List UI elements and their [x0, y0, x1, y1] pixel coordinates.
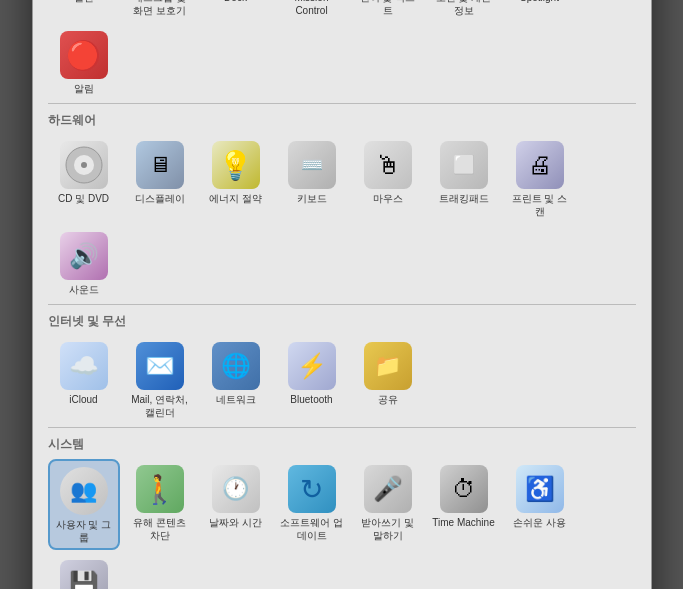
- printer-icon: 🖨: [516, 141, 564, 189]
- icon-item-share[interactable]: 📁 공유: [352, 336, 424, 423]
- access-icon: ♿: [516, 465, 564, 513]
- trackpad-label: 트래킹패드: [439, 192, 489, 205]
- icon-item-users[interactable]: 👥 사용자 및 그룹: [48, 459, 120, 550]
- keyboard-icon: ⌨️: [288, 141, 336, 189]
- icon-item-icloud[interactable]: ☁️ iCloud: [48, 336, 120, 423]
- sound-label: 사운드: [69, 283, 99, 296]
- section-label-system: 시스템: [48, 436, 636, 453]
- cd-label: CD 및 DVD: [58, 192, 109, 205]
- timemachine-label: Time Machine: [432, 516, 494, 529]
- icon-item-dictation[interactable]: 🎤 받아쓰기 및 말하기: [352, 459, 424, 550]
- sound-icon: 🔊: [60, 232, 108, 280]
- system-preferences-window: 시스템 환경설정 ‹ › 모두 보기 🔍 사용자 및 그룹 ✕ 사용자 및 그룹…: [32, 0, 652, 589]
- network-icon: 🌐: [212, 342, 260, 390]
- energy-icon: 💡: [212, 141, 260, 189]
- share-icon: 📁: [364, 342, 412, 390]
- software-icon: ↻: [288, 465, 336, 513]
- mouse-label: 마우스: [373, 192, 403, 205]
- icloud-icon: ☁️: [60, 342, 108, 390]
- section-label-internet: 인터넷 및 무선: [48, 313, 636, 330]
- icon-item-desktop[interactable]: 🖥 데스크탑 및 화면 보호기: [124, 0, 196, 21]
- divider-3: [48, 427, 636, 428]
- display-icon: 🖥: [136, 141, 184, 189]
- security-label: 보안 및 개인 정보: [432, 0, 496, 17]
- icon-item-mail[interactable]: ✉️ Mail, 연락처, 캘린더: [124, 336, 196, 423]
- icon-item-printer[interactable]: 🖨 프린트 및 스캔: [504, 135, 576, 222]
- dock-label: Dock: [224, 0, 247, 4]
- bluetooth-icon: ⚡: [288, 342, 336, 390]
- icon-item-dock[interactable]: ⬛⬛⬛ Dock: [200, 0, 272, 21]
- mail-label: Mail, 연락처, 캘린더: [128, 393, 192, 419]
- network-label: 네트워크: [216, 393, 256, 406]
- icon-item-parental[interactable]: 🚶 유해 콘텐츠 차단: [124, 459, 196, 550]
- startdisk-icon: 💾: [60, 560, 108, 589]
- icon-item-trackpad[interactable]: ⬜ 트래킹패드: [428, 135, 500, 222]
- icon-item-network[interactable]: 🌐 네트워크: [200, 336, 272, 423]
- bluetooth-label: Bluetooth: [290, 393, 332, 406]
- mouse-icon: 🖱: [364, 141, 412, 189]
- language-label: 언어 및 텍스트: [356, 0, 420, 17]
- icon-item-software[interactable]: ↻ 소프트웨어 업데이트: [276, 459, 348, 550]
- icon-item-cd[interactable]: CD 및 DVD: [48, 135, 120, 222]
- mission-label: Mission Control: [280, 0, 344, 17]
- display-label: 디스플레이: [135, 192, 185, 205]
- internet-grid: ☁️ iCloud ✉️ Mail, 연락처, 캘린더 🌐 네트워크 ⚡: [48, 336, 636, 423]
- hardware-grid: CD 및 DVD 🖥 디스플레이 💡 에너지 절약 ⌨️ 키보드: [48, 135, 636, 300]
- system-grid: 👥 사용자 및 그룹 🚶 유해 콘텐츠 차단 🕐 날짜와 시간 ↻: [48, 459, 636, 589]
- timemachine-icon: ⏱: [440, 465, 488, 513]
- keyboard-label: 키보드: [297, 192, 327, 205]
- divider-1: [48, 103, 636, 104]
- users-icon: 👥: [60, 467, 108, 515]
- section-label-hardware: 하드웨어: [48, 112, 636, 129]
- icon-item-spotlight[interactable]: 🔍 Spotlight: [504, 0, 576, 21]
- dictation-icon: 🎤: [364, 465, 412, 513]
- dictation-label: 받아쓰기 및 말하기: [356, 516, 420, 542]
- access-label: 손쉬운 사용: [513, 516, 566, 529]
- icloud-label: iCloud: [69, 393, 97, 406]
- icon-item-timemachine[interactable]: ⏱ Time Machine: [428, 459, 500, 550]
- spotlight-label: Spotlight: [520, 0, 559, 4]
- content-area: 개인 📄 일반 🖥 데스크탑 및 화면 보호기 ⬛⬛⬛ Dock: [33, 0, 651, 589]
- datetime-icon: 🕐: [212, 465, 260, 513]
- icon-item-general[interactable]: 📄 일반: [48, 0, 120, 21]
- icon-item-security[interactable]: 🏠 보안 및 개인 정보: [428, 0, 500, 21]
- divider-2: [48, 304, 636, 305]
- printer-label: 프린트 및 스캔: [508, 192, 572, 218]
- icon-item-datetime[interactable]: 🕐 날짜와 시간: [200, 459, 272, 550]
- general-label: 일반: [74, 0, 94, 4]
- icon-item-bluetooth[interactable]: ⚡ Bluetooth: [276, 336, 348, 423]
- icon-item-sound[interactable]: 🔊 사운드: [48, 226, 120, 300]
- datetime-label: 날짜와 시간: [209, 516, 262, 529]
- cd-icon: [60, 141, 108, 189]
- parental-label: 유해 콘텐츠 차단: [128, 516, 192, 542]
- personal-grid: 📄 일반 🖥 데스크탑 및 화면 보호기 ⬛⬛⬛ Dock ⊞: [48, 0, 636, 99]
- energy-label: 에너지 절약: [209, 192, 262, 205]
- icon-item-display[interactable]: 🖥 디스플레이: [124, 135, 196, 222]
- notify-label: 알림: [74, 82, 94, 95]
- parental-icon: 🚶: [136, 465, 184, 513]
- notify-icon: 🔴: [60, 31, 108, 79]
- users-label: 사용자 및 그룹: [54, 518, 114, 544]
- svg-point-2: [81, 162, 87, 168]
- icon-item-startdisk[interactable]: 💾 시동 디스크: [48, 554, 120, 589]
- software-label: 소프트웨어 업데이트: [280, 516, 344, 542]
- icon-item-language[interactable]: 🌐 언어 및 텍스트: [352, 0, 424, 21]
- icon-item-notify[interactable]: 🔴 알림: [48, 25, 120, 99]
- desktop-label: 데스크탑 및 화면 보호기: [128, 0, 192, 17]
- share-label: 공유: [378, 393, 398, 406]
- mail-icon: ✉️: [136, 342, 184, 390]
- icon-item-energy[interactable]: 💡 에너지 절약: [200, 135, 272, 222]
- icon-item-access[interactable]: ♿ 손쉬운 사용: [504, 459, 576, 550]
- icon-item-keyboard[interactable]: ⌨️ 키보드: [276, 135, 348, 222]
- trackpad-icon: ⬜: [440, 141, 488, 189]
- icon-item-mouse[interactable]: 🖱 마우스: [352, 135, 424, 222]
- icon-item-mission[interactable]: ⊞ Mission Control: [276, 0, 348, 21]
